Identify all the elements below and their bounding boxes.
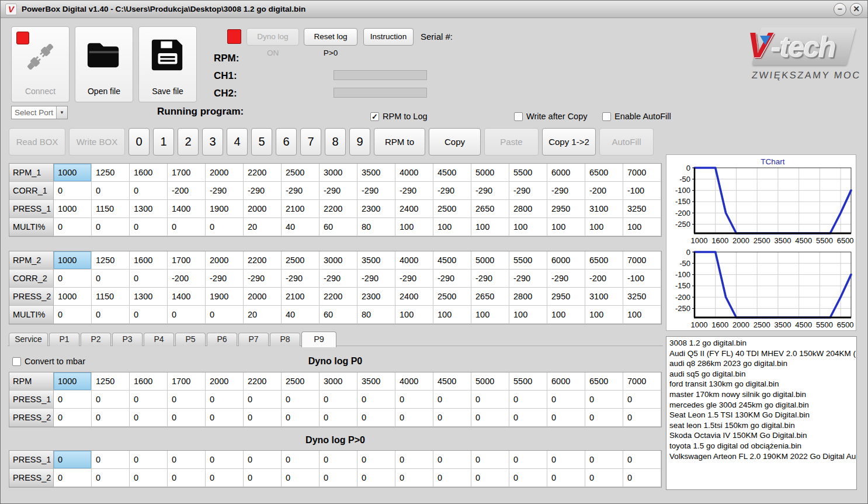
table-cell[interactable]: 0 xyxy=(168,469,206,487)
table-cell[interactable]: 4000 xyxy=(395,164,433,182)
close-button[interactable]: ✕ xyxy=(850,3,863,16)
table-cell[interactable]: -290 xyxy=(471,270,509,288)
table-cell[interactable]: 0 xyxy=(433,391,471,409)
minimize-button[interactable]: – xyxy=(834,3,846,16)
table-cell[interactable]: 1250 xyxy=(92,164,130,182)
table-cell[interactable]: -290 xyxy=(509,270,547,288)
table-cell[interactable]: 100 xyxy=(395,218,433,236)
enable-autofill-checkbox[interactable]: Enable AutoFill xyxy=(602,112,671,121)
copy-1-to-2-button[interactable]: Copy 1->2 xyxy=(542,128,596,156)
table-cell[interactable]: 1000 xyxy=(54,200,92,218)
table-cell[interactable]: 0 xyxy=(92,270,130,288)
instruction-button[interactable]: Instruction xyxy=(363,28,414,46)
table-cell[interactable]: 0 xyxy=(130,391,168,409)
table-cell[interactable]: 0 xyxy=(395,409,433,427)
table-cell[interactable]: 0 xyxy=(92,469,130,487)
table-cell[interactable]: 0 xyxy=(547,409,585,427)
table-cell[interactable]: 2000 xyxy=(206,372,244,391)
table-cell[interactable]: 0 xyxy=(282,409,320,427)
program-button-8[interactable]: 8 xyxy=(325,128,346,156)
title-bar[interactable]: V PowerBox Digital v1.40 - C:\Users\Prod… xyxy=(1,1,867,18)
table-cell[interactable]: 2650 xyxy=(471,200,509,218)
table-cell[interactable]: 6500 xyxy=(585,164,623,182)
table-cell[interactable]: 100 xyxy=(547,306,585,324)
table-cell[interactable]: -100 xyxy=(623,270,661,288)
table-cell[interactable]: 0 xyxy=(357,391,395,409)
table-cell[interactable]: 20 xyxy=(244,218,282,236)
save-file-button[interactable]: Save file xyxy=(138,26,197,102)
table-cell[interactable]: 2300 xyxy=(357,200,395,218)
table-cell[interactable]: 5500 xyxy=(509,251,547,270)
table-cell[interactable]: 1000 xyxy=(54,251,92,270)
table-cell[interactable]: 3250 xyxy=(623,288,661,306)
table-cell[interactable]: 2300 xyxy=(357,288,395,306)
table-cell[interactable]: 0 xyxy=(92,451,130,469)
tab-p4[interactable]: P4 xyxy=(144,333,174,346)
program-button-4[interactable]: 4 xyxy=(227,128,248,156)
table-cell[interactable]: 0 xyxy=(547,391,585,409)
table-cell[interactable]: -290 xyxy=(320,182,357,200)
table-cell[interactable]: 0 xyxy=(130,270,168,288)
file-list-item[interactable]: master 170km nowy silnik go digital.bin xyxy=(669,389,856,400)
table-cell[interactable]: 3000 xyxy=(320,164,357,182)
table-cell[interactable]: 40 xyxy=(282,306,320,324)
table-cell[interactable]: -290 xyxy=(357,182,395,200)
table-cell[interactable]: 3000 xyxy=(320,251,357,270)
table-cell[interactable]: 2500 xyxy=(433,288,471,306)
table-cell[interactable]: 6000 xyxy=(547,251,585,270)
table-cell[interactable]: 1700 xyxy=(168,251,206,270)
table-cell[interactable]: 100 xyxy=(509,306,547,324)
table-cell[interactable]: 100 xyxy=(395,306,433,324)
table-cell[interactable]: 5000 xyxy=(471,251,509,270)
table-cell[interactable]: 3500 xyxy=(357,251,395,270)
table-cell[interactable]: 2200 xyxy=(320,200,357,218)
table-cell[interactable]: -290 xyxy=(282,270,320,288)
file-list-item[interactable]: 3008 1.2 go digital.bin xyxy=(669,338,856,348)
program-button-2[interactable]: 2 xyxy=(178,128,199,156)
table-cell[interactable]: 2100 xyxy=(282,288,320,306)
table-cell[interactable]: 0 xyxy=(54,218,92,236)
tab-p8[interactable]: P8 xyxy=(270,333,300,346)
table-cell[interactable]: 0 xyxy=(585,409,623,427)
table-cell[interactable]: 1600 xyxy=(130,372,168,391)
table-cell[interactable]: 2100 xyxy=(282,200,320,218)
table-cell[interactable]: 0 xyxy=(509,469,547,487)
table-cell[interactable]: 100 xyxy=(471,306,509,324)
table-cell[interactable]: 1150 xyxy=(92,288,130,306)
table-cell[interactable]: -290 xyxy=(509,182,547,200)
table-cell[interactable]: -290 xyxy=(547,270,585,288)
table-cell[interactable]: -200 xyxy=(585,270,623,288)
table-cell[interactable]: 0 xyxy=(92,306,130,324)
table-cell[interactable]: 0 xyxy=(92,409,130,427)
table-cell[interactable]: 0 xyxy=(509,451,547,469)
table-cell[interactable]: 60 xyxy=(320,306,357,324)
program-button-1[interactable]: 1 xyxy=(153,128,174,156)
table-cell[interactable]: 0 xyxy=(92,391,130,409)
table-cell[interactable]: -290 xyxy=(395,270,433,288)
table-cell[interactable]: 2950 xyxy=(547,288,585,306)
table-cell[interactable]: 100 xyxy=(623,306,661,324)
table-cell[interactable]: 1000 xyxy=(54,372,92,391)
table-cell[interactable]: 4500 xyxy=(433,372,471,391)
table-cell[interactable]: 0 xyxy=(357,469,395,487)
file-list-item[interactable]: Audi Q5 II (FY FL) 40 TDI MHEV 2.0 150kW… xyxy=(669,348,856,359)
table-cell[interactable]: 1150 xyxy=(92,200,130,218)
table-cell[interactable]: 0 xyxy=(130,469,168,487)
paste-prog-button[interactable]: Paste PROG xyxy=(484,128,539,156)
program-button-9[interactable]: 9 xyxy=(349,128,370,156)
table-cell[interactable]: 2200 xyxy=(320,288,357,306)
table-cell[interactable]: 80 xyxy=(357,306,395,324)
table-cell[interactable]: 2200 xyxy=(244,372,282,391)
table-cell[interactable]: 0 xyxy=(320,451,357,469)
table-cell[interactable]: 2500 xyxy=(282,251,320,270)
table-cell[interactable]: -200 xyxy=(168,270,206,288)
tab-p9[interactable]: P9 xyxy=(301,332,336,347)
table-cell[interactable]: 3500 xyxy=(357,164,395,182)
table-cell[interactable]: 0 xyxy=(130,218,168,236)
table-cell[interactable]: 0 xyxy=(282,391,320,409)
table-cell[interactable]: 0 xyxy=(395,469,433,487)
table-cell[interactable]: 0 xyxy=(206,409,244,427)
copy-prog-button[interactable]: Copy PROG xyxy=(429,128,481,156)
table-cell[interactable]: 0 xyxy=(92,218,130,236)
table-cell[interactable]: 2000 xyxy=(206,251,244,270)
